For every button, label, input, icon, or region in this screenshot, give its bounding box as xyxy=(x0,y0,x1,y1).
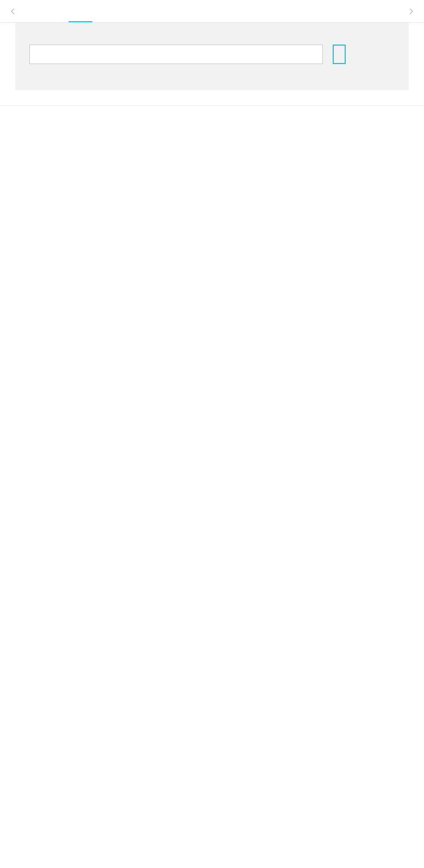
fonts-preloading-panel xyxy=(15,23,409,90)
font-url-input[interactable] xyxy=(29,45,323,64)
tab-environment[interactable] xyxy=(45,0,68,23)
tabs-bar xyxy=(0,0,424,23)
tab-supercacher[interactable] xyxy=(21,0,45,23)
tabs-prev-arrow[interactable] xyxy=(4,8,21,15)
chevron-right-icon xyxy=(409,8,414,15)
chevron-left-icon xyxy=(10,8,15,15)
tabs-next-arrow[interactable] xyxy=(403,8,420,15)
tab-frontend[interactable] xyxy=(68,0,92,23)
preload-button[interactable] xyxy=(333,45,346,64)
tab-more[interactable] xyxy=(92,0,116,23)
